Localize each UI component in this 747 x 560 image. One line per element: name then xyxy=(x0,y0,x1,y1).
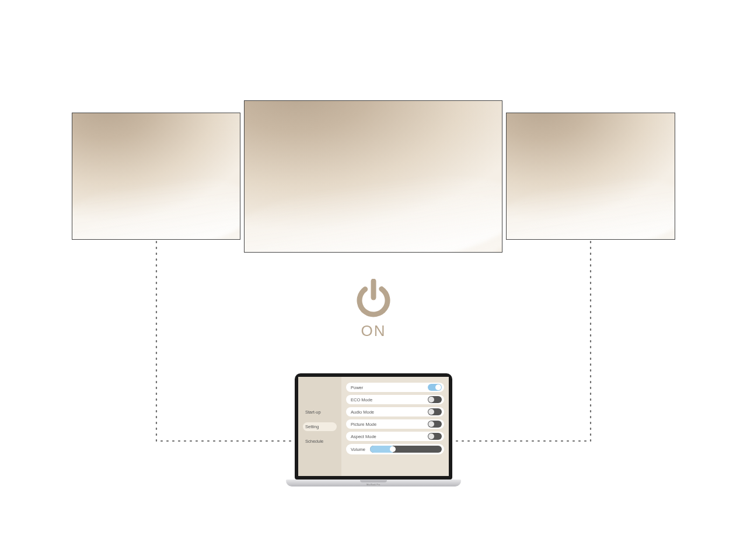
power-label: ON xyxy=(355,322,392,340)
setting-row-eco: ECO Mode xyxy=(346,395,444,404)
sidebar: Start-up Setting Schedule xyxy=(298,377,341,476)
power-icon xyxy=(355,279,392,317)
toggle-picture[interactable] xyxy=(428,421,442,428)
setting-row-volume: Volume xyxy=(346,444,444,454)
setting-label: Volume xyxy=(351,447,365,452)
laptop-base: MacBook Pro xyxy=(286,480,461,487)
settings-panel: Power ECO Mode Audio Mode Picture Mode A… xyxy=(341,377,449,476)
display-panel-right xyxy=(506,113,675,240)
setting-row-aspect: Aspect Mode xyxy=(346,432,444,441)
toggle-power[interactable] xyxy=(428,384,442,391)
control-laptop: Start-up Setting Schedule Power ECO Mode… xyxy=(286,373,461,487)
toggle-audio[interactable] xyxy=(428,408,442,415)
setting-label: Picture Mode xyxy=(351,422,376,427)
setting-row-power: Power xyxy=(346,383,444,392)
slider-volume[interactable] xyxy=(370,446,442,453)
display-panel-left xyxy=(72,113,240,240)
setting-label: Audio Mode xyxy=(351,410,374,415)
laptop-brand: MacBook Pro xyxy=(366,484,381,486)
sidebar-item-setting[interactable]: Setting xyxy=(303,422,337,431)
laptop-screen: Start-up Setting Schedule Power ECO Mode… xyxy=(298,377,449,476)
setting-label: Power xyxy=(351,385,363,390)
display-panel-center xyxy=(244,100,502,253)
slider-thumb[interactable] xyxy=(390,446,396,452)
sidebar-item-startup[interactable]: Start-up xyxy=(303,408,337,416)
setting-label: Aspect Mode xyxy=(351,434,376,439)
toggle-eco[interactable] xyxy=(428,396,442,403)
power-status: ON xyxy=(355,279,392,340)
setting-row-audio: Audio Mode xyxy=(346,407,444,416)
laptop-screen-frame: Start-up Setting Schedule Power ECO Mode… xyxy=(295,373,452,480)
setting-label: ECO Mode xyxy=(351,397,372,402)
toggle-aspect[interactable] xyxy=(428,433,442,440)
setting-row-picture: Picture Mode xyxy=(346,419,444,429)
sidebar-item-schedule[interactable]: Schedule xyxy=(303,437,337,446)
